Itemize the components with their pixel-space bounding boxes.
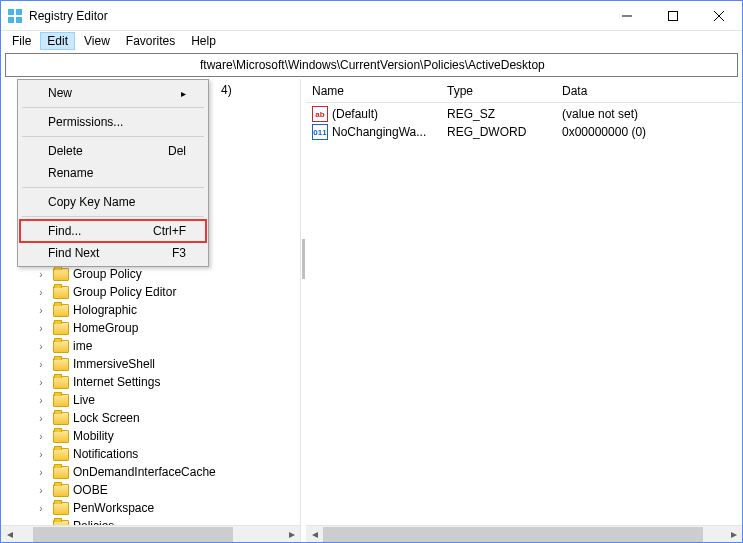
chevron-right-icon[interactable]: › [35, 485, 47, 496]
value-type: REG_SZ [441, 107, 556, 121]
minimize-button[interactable] [604, 1, 650, 30]
tree-item-label: Internet Settings [73, 375, 160, 389]
tree-item[interactable]: ⌄Policies [29, 517, 300, 525]
menu-item-rename[interactable]: Rename [20, 162, 206, 184]
tree-item[interactable]: ›Mobility [29, 427, 300, 445]
tree-pane: 4) New Permissions... DeleteDel Rename C… [1, 79, 301, 542]
chevron-right-icon[interactable]: › [35, 359, 47, 370]
dword-value-icon: 011 [312, 124, 328, 140]
menu-item-permissions[interactable]: Permissions... [20, 111, 206, 133]
column-name[interactable]: Name [306, 84, 441, 98]
chevron-right-icon[interactable]: › [35, 323, 47, 334]
menu-item-find[interactable]: Find...Ctrl+F [20, 220, 206, 242]
chevron-right-icon[interactable]: › [35, 305, 47, 316]
chevron-right-icon[interactable]: › [35, 395, 47, 406]
tree-item-label: HomeGroup [73, 321, 138, 335]
value-list[interactable]: ab(Default)REG_SZ(value not set)011NoCha… [306, 103, 742, 525]
titlebar: Registry Editor [1, 1, 742, 31]
menu-edit[interactable]: Edit [40, 32, 75, 50]
scroll-right-icon[interactable]: ▸ [725, 526, 742, 543]
column-type[interactable]: Type [441, 84, 556, 98]
menu-item-find-next[interactable]: Find NextF3 [20, 242, 206, 264]
scroll-thumb[interactable] [323, 527, 703, 542]
menu-help[interactable]: Help [184, 32, 223, 50]
chevron-right-icon[interactable]: › [35, 287, 47, 298]
address-text: ftware\Microsoft\Windows\CurrentVersion\… [200, 58, 545, 72]
menu-favorites[interactable]: Favorites [119, 32, 182, 50]
tree-item[interactable]: ›Lock Screen [29, 409, 300, 427]
tree-item[interactable]: ›Group Policy [29, 265, 300, 283]
scroll-left-icon[interactable]: ◂ [1, 526, 18, 543]
tree-item[interactable]: ›ImmersiveShell [29, 355, 300, 373]
svg-rect-1 [16, 9, 22, 15]
tree-item-label: Live [73, 393, 95, 407]
chevron-right-icon[interactable]: › [35, 449, 47, 460]
close-button[interactable] [696, 1, 742, 30]
tree-item-label: OnDemandInterfaceCache [73, 465, 216, 479]
folder-icon [53, 286, 69, 299]
folder-icon [53, 466, 69, 479]
tree-item-label: Notifications [73, 447, 138, 461]
tree-item[interactable]: ›Group Policy Editor [29, 283, 300, 301]
menu-view[interactable]: View [77, 32, 117, 50]
menu-item-new[interactable]: New [20, 82, 206, 104]
tree-hscrollbar[interactable]: ◂ ▸ [1, 525, 300, 542]
window-title: Registry Editor [29, 9, 604, 23]
svg-rect-2 [8, 17, 14, 23]
tree-item[interactable]: ›ime [29, 337, 300, 355]
tree-item[interactable]: ›OnDemandInterfaceCache [29, 463, 300, 481]
tree-item[interactable]: ›Internet Settings [29, 373, 300, 391]
values-pane: Name Type Data ab(Default)REG_SZ(value n… [306, 79, 742, 542]
chevron-right-icon[interactable]: › [35, 467, 47, 478]
menu-file[interactable]: File [5, 32, 38, 50]
chevron-right-icon[interactable]: › [35, 377, 47, 388]
tree-item[interactable]: ›PenWorkspace [29, 499, 300, 517]
address-bar[interactable]: ftware\Microsoft\Windows\CurrentVersion\… [5, 53, 738, 77]
values-hscrollbar[interactable]: ◂ ▸ [306, 525, 742, 542]
folder-icon [53, 394, 69, 407]
tree-item-label: ime [73, 339, 92, 353]
scroll-right-icon[interactable]: ▸ [283, 526, 300, 543]
column-headers: Name Type Data [306, 79, 742, 103]
tree-item-label: Policies [73, 519, 114, 525]
scroll-thumb[interactable] [33, 527, 233, 542]
value-name: (Default) [332, 107, 378, 121]
svg-rect-3 [16, 17, 22, 23]
maximize-button[interactable] [650, 1, 696, 30]
folder-icon [53, 376, 69, 389]
value-row[interactable]: 011NoChangingWa...REG_DWORD0x00000000 (0… [306, 123, 742, 141]
app-icon [7, 8, 23, 24]
tree-item[interactable]: ›Notifications [29, 445, 300, 463]
edit-menu-dropdown: New Permissions... DeleteDel Rename Copy… [17, 79, 209, 267]
menu-item-delete[interactable]: DeleteDel [20, 140, 206, 162]
chevron-right-icon[interactable]: › [35, 269, 47, 280]
folder-icon [53, 430, 69, 443]
menu-separator [22, 187, 204, 188]
svg-rect-5 [669, 11, 678, 20]
tree-item-label: OOBE [73, 483, 108, 497]
chevron-down-icon[interactable]: ⌄ [35, 521, 47, 526]
folder-icon [53, 358, 69, 371]
svg-rect-0 [8, 9, 14, 15]
value-row[interactable]: ab(Default)REG_SZ(value not set) [306, 105, 742, 123]
folder-icon [53, 502, 69, 515]
menubar: File Edit View Favorites Help [1, 31, 742, 51]
string-value-icon: ab [312, 106, 328, 122]
menu-item-copy-key-name[interactable]: Copy Key Name [20, 191, 206, 213]
tree-item[interactable]: ›OOBE [29, 481, 300, 499]
tree-item[interactable]: ›HomeGroup [29, 319, 300, 337]
folder-icon [53, 268, 69, 281]
scroll-left-icon[interactable]: ◂ [306, 526, 323, 543]
chevron-right-icon[interactable]: › [35, 413, 47, 424]
chevron-right-icon[interactable]: › [35, 341, 47, 352]
tree-item[interactable]: ›Live [29, 391, 300, 409]
chevron-right-icon[interactable]: › [35, 503, 47, 514]
menu-separator [22, 216, 204, 217]
folder-icon [53, 304, 69, 317]
chevron-right-icon[interactable]: › [35, 431, 47, 442]
tree-item[interactable]: ›Holographic [29, 301, 300, 319]
value-data: (value not set) [556, 107, 742, 121]
tree-item-label: Lock Screen [73, 411, 140, 425]
column-data[interactable]: Data [556, 84, 742, 98]
tree-item-label: Holographic [73, 303, 137, 317]
